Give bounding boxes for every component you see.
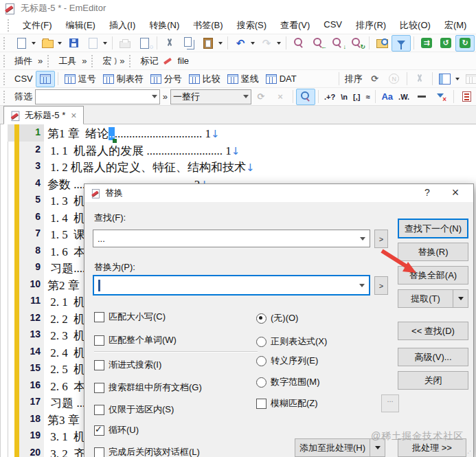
wrap-mode-button-3[interactable]: ↻ [455, 35, 475, 52]
csv-normal-mode-button[interactable] [36, 71, 55, 87]
replace-combobox[interactable] [93, 275, 370, 296]
filter-toolbar-toggle[interactable] [392, 35, 411, 52]
tools-menu-button[interactable]: 工具 [56, 55, 79, 67]
document-tab[interactable]: 无标题-5 * × [3, 106, 84, 124]
extract-button[interactable]: 提取(T) [398, 289, 453, 308]
radio-dot[interactable] [256, 337, 267, 347]
menu-item-csv[interactable]: CSV [317, 16, 349, 34]
add-to-batch-button[interactable]: 添加至批处理(H) [295, 438, 370, 457]
menu-item-sort[interactable]: 排序(R) [349, 16, 393, 34]
wrap-mode-button-2[interactable]: ↺ [436, 35, 455, 52]
copy-button[interactable] [179, 35, 199, 52]
find-combobox[interactable]: ... [93, 230, 370, 247]
undo-button[interactable]: ↶ [231, 35, 250, 52]
insert-column-button[interactable] [462, 71, 476, 87]
menu-item-edit[interactable]: 编辑(E) [59, 16, 102, 34]
all-documents-checkbox[interactable]: 搜索群组中所有文档(G) [94, 381, 202, 394]
menu-item-macros[interactable]: 宏(M) [438, 16, 474, 34]
match-case-checkbox[interactable]: 匹配大小写(C) [94, 311, 166, 323]
dialog-help-button[interactable]: ? [420, 187, 435, 198]
match-case-op-button[interactable]: Aa [378, 90, 396, 103]
combo-arrow-icon[interactable] [359, 284, 365, 287]
filter-refresh-button[interactable]: ⟳ [251, 89, 271, 105]
selection-only-checkbox[interactable]: 仅限于选区内(S) [94, 403, 174, 416]
hide-unmatched-button[interactable] [412, 89, 431, 105]
find-next-button[interactable]: 查找下一个(N) [398, 219, 468, 238]
replace-toolbar-button[interactable]: ↻ [347, 35, 366, 52]
checkbox-box[interactable] [94, 312, 104, 322]
find-previous-button[interactable]: ← [308, 35, 328, 52]
fuzzy-options-button[interactable]: ... [381, 394, 399, 412]
fuzzy-match-checkbox[interactable]: 模糊匹配(Z) [256, 397, 318, 410]
reload-button[interactable]: ⟳ [365, 71, 385, 87]
extract-dropdown[interactable] [453, 289, 468, 308]
new-document-dropdown[interactable] [32, 42, 36, 45]
close-when-done-checkbox[interactable]: 完成后关闭该对话框(L) [94, 446, 200, 457]
dialog-close-icon[interactable]: × [447, 186, 464, 200]
mode-none-radio[interactable]: (无)(O) [256, 312, 298, 324]
escape-op-button[interactable]: \n [338, 91, 350, 102]
paste-button[interactable] [199, 35, 218, 52]
close-button[interactable]: 关闭 [398, 371, 468, 390]
filter-mode-select[interactable]: 一整行 [170, 89, 251, 104]
plugins-overflow-chevron[interactable]: » [35, 56, 45, 66]
save-all-dropdown[interactable] [103, 42, 107, 45]
remove-filter-button[interactable] [431, 89, 451, 105]
checkbox-box[interactable] [94, 447, 104, 457]
redo-button[interactable]: ↷ [257, 35, 276, 52]
csv-mode-dat-button[interactable]: DAT [262, 71, 300, 87]
wrap-mode-button-1[interactable]: ⇉ [417, 35, 436, 52]
mode-escape-radio[interactable]: 转义序列(E) [256, 355, 318, 367]
select-column-button[interactable] [435, 71, 455, 87]
resize-grip[interactable]: ⋰ [465, 449, 471, 456]
whole-word-checkbox[interactable]: 匹配整个单词(W) [94, 334, 177, 346]
replace-expand-button[interactable]: > [374, 276, 388, 295]
radio-dot[interactable] [256, 377, 267, 388]
save-button[interactable] [64, 35, 83, 52]
combo-arrow-icon[interactable] [152, 95, 157, 98]
csv-mode-tab-button[interactable]: 制表符 [100, 71, 147, 87]
csv-mode-compare-button[interactable]: 比较 [185, 71, 224, 87]
menu-item-file[interactable]: 文件(F) [16, 16, 59, 34]
redo-dropdown[interactable] [277, 42, 281, 45]
tools-overflow-chevron[interactable]: » [79, 56, 89, 66]
extract-lines-button[interactable] [457, 89, 476, 105]
find-button[interactable] [289, 35, 308, 52]
mark-file-item[interactable]: file [174, 56, 192, 66]
radio-dot[interactable] [256, 356, 267, 366]
incremental-search-checkbox[interactable]: 渐进式搜索(I) [94, 359, 161, 371]
csv-mode-semicolon-button[interactable]: 分号 [147, 71, 185, 87]
menu-item-convert[interactable]: 转换(N) [142, 16, 186, 34]
menu-item-tools[interactable]: 工具(T) [473, 16, 476, 34]
checkbox-box[interactable] [94, 383, 104, 393]
menu-item-search[interactable]: 搜索(S) [230, 16, 273, 34]
bracket-op-button[interactable]: [,] [350, 91, 363, 102]
filter-clear-button[interactable]: × [271, 89, 290, 105]
checkbox-box-checked[interactable] [94, 425, 104, 436]
dialog-title-bar[interactable]: 替换 [84, 184, 473, 202]
menu-item-insert[interactable]: 插入(I) [102, 16, 142, 34]
paste-dropdown[interactable] [218, 42, 223, 45]
print-button[interactable] [115, 35, 135, 52]
radio-dot-selected[interactable] [256, 313, 267, 324]
similar-op-button[interactable]: ≈ [363, 91, 372, 102]
print-preview-button[interactable]: ◌ [135, 35, 154, 52]
filter-input[interactable] [35, 89, 160, 104]
find-expand-button[interactable]: > [374, 230, 388, 248]
editor-line[interactable]: 1第1 章 绪论................................… [1, 124, 476, 142]
menu-item-compare[interactable]: 比较(O) [393, 16, 438, 34]
menu-item-view[interactable]: 查看(V) [273, 16, 317, 34]
plugins-menu-button[interactable]: 插件 [12, 55, 35, 67]
open-file-button[interactable] [38, 35, 57, 52]
back-to-find-button[interactable]: << 查找(D) [398, 322, 468, 340]
advanced-button[interactable]: 高级(V)... [398, 348, 468, 366]
save-all-button[interactable] [83, 35, 102, 52]
whole-word-op-button[interactable]: .W. [396, 91, 412, 102]
regex-op-button[interactable]: .+? [321, 91, 338, 102]
checkbox-box[interactable] [94, 360, 104, 370]
checkbox-box[interactable] [256, 399, 267, 409]
menu-item-bookmarks[interactable]: 书签(B) [186, 16, 229, 34]
new-document-button[interactable] [12, 35, 31, 52]
combo-arrow-icon[interactable] [360, 237, 365, 241]
cut-button[interactable] [160, 35, 179, 52]
